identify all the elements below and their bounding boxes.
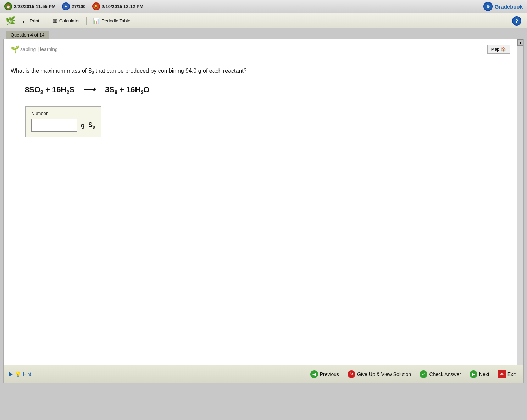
divider (11, 61, 287, 61)
status-items: ⏰ 2/23/2015 11:55 PM A 27/100 🔔 2/10/201… (4, 2, 477, 10)
equation-reactants: 8SO2 + 16H2S (25, 85, 74, 95)
map-label: Map (491, 47, 499, 52)
print-icon: 🖨 (22, 18, 28, 24)
next-icon: ▶ (470, 370, 477, 378)
score-text: 27/100 (72, 4, 86, 9)
next-button[interactable]: ▶ Next (467, 369, 492, 380)
calculator-label: Calculator (59, 18, 80, 23)
toolbar: 🌿 🖨 Print ▦ Calculator 📊 Periodic Table … (0, 13, 527, 28)
answer-input[interactable] (31, 119, 77, 132)
plant-logo: 🌿 (6, 16, 15, 26)
gradebook-icon: ⊕ (483, 2, 493, 11)
print-button[interactable]: 🖨 Print (19, 16, 43, 26)
sapling-logo: 🌱 sapling | learning (11, 45, 58, 54)
previous-label: Previous (320, 371, 339, 377)
answer-box: Number g S8 (25, 106, 101, 137)
previous-icon: ◀ (310, 370, 318, 378)
gradebook-button[interactable]: ⊕ Gradebook (483, 2, 523, 11)
periodic-table-icon: 📊 (93, 18, 100, 24)
answer-unit-g: g (81, 122, 85, 129)
datetime1-item: ⏰ 2/23/2015 11:55 PM (4, 2, 56, 10)
datetime1-text: 2/23/2015 11:55 PM (14, 4, 56, 9)
datetime2-item: 🔔 2/10/2015 12:12 PM (92, 2, 144, 10)
answer-label: Number (31, 111, 95, 116)
check-icon: ✓ (420, 370, 427, 378)
question-tab: Question 4 of 14 (6, 31, 49, 39)
clock-icon: ⏰ (4, 2, 12, 10)
hint-bulb-icon: 💡 (15, 371, 21, 377)
answer-input-row: g S8 (31, 119, 95, 132)
scrollbar[interactable]: ▲ ▼ (517, 39, 523, 383)
separator1 (46, 17, 46, 25)
exit-button[interactable]: ⏏ Exit (496, 369, 518, 380)
check-label: Check Answer (429, 371, 461, 377)
give-up-button[interactable]: ✕ Give Up & View Solution (345, 369, 413, 380)
sapling-header: 🌱 sapling | learning Map 🏠 (11, 45, 510, 54)
equation-products: 3S8 + 16H2O (105, 85, 149, 95)
calculator-icon: ▦ (52, 18, 57, 24)
equation-arrow: ⟶ (84, 84, 96, 94)
scroll-up-button[interactable]: ▲ (517, 39, 524, 46)
separator2 (86, 17, 87, 25)
calculator-button[interactable]: ▦ Calculator (49, 16, 84, 26)
exit-label: Exit (507, 371, 516, 377)
periodic-table-label: Periodic Table (101, 18, 130, 23)
content-wrapper: 🌱 sapling | learning Map 🏠 What is the m… (4, 39, 517, 143)
help-button[interactable]: ? (512, 16, 521, 26)
top-status-bar: ⏰ 2/23/2015 11:55 PM A 27/100 🔔 2/10/201… (0, 0, 527, 13)
print-label: Print (30, 18, 39, 23)
sapling-plant-icon: 🌱 (11, 45, 20, 54)
question-text: What is the maximum mass of S8 that can … (11, 67, 510, 76)
hint-label: Hint (23, 371, 31, 377)
give-up-icon: ✕ (348, 370, 355, 378)
periodic-table-button[interactable]: 📊 Periodic Table (89, 16, 134, 26)
main-content-area: 🌱 sapling | learning Map 🏠 What is the m… (3, 39, 524, 383)
datetime2-text: 2/10/2015 12:12 PM (102, 4, 144, 9)
score-item: A 27/100 (62, 2, 86, 10)
bottom-nav-bar: 💡 Hint ◀ Previous ✕ Give Up & View Solut… (4, 365, 523, 383)
next-label: Next (479, 371, 489, 377)
check-answer-button[interactable]: ✓ Check Answer (417, 369, 463, 380)
previous-button[interactable]: ◀ Previous (308, 369, 341, 380)
map-button[interactable]: Map 🏠 (487, 45, 510, 54)
chemical-equation: 8SO2 + 16H2S ⟶ 3S8 + 16H2O (25, 84, 510, 95)
give-up-label: Give Up & View Solution (357, 371, 411, 377)
exit-icon: ⏏ (498, 370, 506, 378)
map-icon: 🏠 (501, 47, 506, 52)
answer-unit-s8: S8 (88, 121, 95, 129)
score-icon: A (62, 2, 70, 10)
gradebook-label: Gradebook (495, 4, 523, 10)
question-tab-label: Question 4 of 14 (11, 32, 44, 38)
sapling-logo-text: sapling | learning (20, 46, 58, 52)
navigation-buttons: ◀ Previous ✕ Give Up & View Solution ✓ C… (308, 369, 518, 380)
due-icon: 🔔 (92, 2, 100, 10)
hint-arrow-icon (9, 372, 13, 376)
hint-area[interactable]: 💡 Hint (9, 371, 31, 377)
